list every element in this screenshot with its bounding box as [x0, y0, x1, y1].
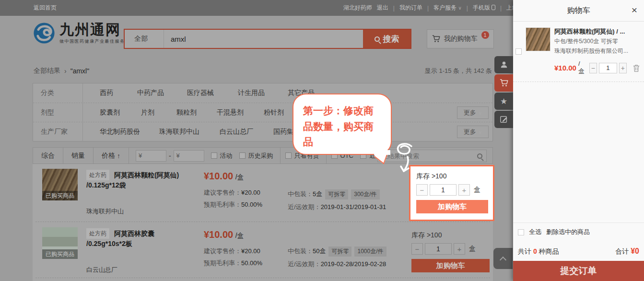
- product-title[interactable]: 处方药 阿莫西林胶囊 /0.25g*10s*2板: [86, 228, 204, 249]
- pack-label: 中包装：: [288, 247, 313, 255]
- filter-option[interactable]: 珠海联邦中山: [159, 128, 199, 136]
- filter-option[interactable]: 颗粒剂: [176, 108, 197, 117]
- filter-option[interactable]: 西药: [100, 89, 113, 97]
- cart-item-name[interactable]: 阿莫西林颗粒(阿莫仙) / ...: [554, 27, 640, 36]
- breadcrumb: 全部结果 › "amxl": [34, 67, 89, 75]
- currency-symbol: ¥: [176, 152, 180, 159]
- filter-label: 剂型: [33, 103, 83, 122]
- stock-info: 库存 >100: [416, 172, 493, 181]
- quantity-increase-button[interactable]: +: [454, 243, 465, 255]
- chevron-down-icon: ∨: [479, 110, 482, 116]
- product-title[interactable]: 处方药 阿莫西林颗粒(阿莫仙) /0.125g*12袋: [86, 170, 204, 190]
- logo-swirl-icon: [33, 22, 56, 45]
- annotation-text: 第一步：修改商品数量，购买商品: [303, 105, 374, 147]
- cart-tab[interactable]: [494, 74, 513, 92]
- sum-value: ¥0: [631, 247, 639, 255]
- select-all-label[interactable]: 全选: [529, 228, 541, 236]
- checkbox-icon[interactable]: [239, 152, 246, 159]
- quantity-input[interactable]: [425, 243, 452, 255]
- delete-item-button[interactable]: [632, 64, 640, 72]
- edit-icon: [500, 115, 508, 124]
- product-image[interactable]: 已购买商品: [42, 169, 78, 200]
- price-min-input[interactable]: [142, 152, 164, 159]
- user-tab[interactable]: [494, 56, 513, 73]
- price-max-input[interactable]: [180, 152, 201, 159]
- favorites-tab[interactable]: ★: [494, 93, 513, 110]
- checkbox-history-purchase[interactable]: 历史采购: [239, 152, 273, 160]
- retail-price-label: 建议零售价：: [204, 247, 241, 255]
- filter-option[interactable]: 粉针剂: [264, 108, 284, 117]
- quantity-stepper: − + 盒: [411, 243, 490, 255]
- add-to-cart-button[interactable]: 加购物车: [416, 200, 488, 213]
- product-row: 已购买商品 处方药 阿莫西林胶囊 /0.25g*10s*2板 白云山总厂 ¥10…: [33, 222, 493, 279]
- margin-label: 预期毛利率：: [204, 259, 241, 267]
- checkbox-icon[interactable]: [285, 152, 292, 159]
- search-input[interactable]: [164, 30, 363, 48]
- site-logo[interactable]: 九州通网 做中国医药健康产业最佳服务商: [33, 22, 130, 45]
- manufacturer: 珠海联邦中山: [86, 207, 124, 216]
- filter-option[interactable]: 胶囊剂: [100, 108, 120, 117]
- margin-value: 50.00%: [241, 201, 262, 208]
- my-orders-link[interactable]: 我的订单: [399, 4, 422, 12]
- quantity-input[interactable]: [599, 63, 617, 73]
- logo-text: 九州通网: [59, 22, 130, 37]
- notes-tab[interactable]: [494, 111, 513, 128]
- search-category-dropdown[interactable]: 全部 ∨: [125, 30, 164, 48]
- sort-tab-price[interactable]: 价格 ↑: [94, 148, 129, 164]
- delete-selected-link[interactable]: 删除选中的商品: [546, 228, 590, 236]
- breadcrumb-root[interactable]: 全部结果: [34, 67, 60, 75]
- user-icon: [500, 60, 508, 69]
- submit-order-button[interactable]: 提交订单: [513, 261, 644, 281]
- product-image[interactable]: 已购买商品: [42, 227, 78, 259]
- quantity-stepper: − + 盒: [416, 184, 493, 196]
- per-case-tag: 300盒/件: [351, 189, 379, 199]
- select-all-checkbox[interactable]: [518, 229, 524, 235]
- cart-item-checkbox[interactable]: [515, 48, 522, 55]
- chevron-down-icon: ∨: [479, 129, 482, 135]
- cart-footer: 全选 删除选中的商品 共计 0 种商品 合计 ¥0 提交订单: [513, 222, 644, 281]
- logout-link[interactable]: 退出: [377, 4, 388, 12]
- more-button[interactable]: 更多 ∨: [457, 106, 489, 119]
- quantity-decrease-button[interactable]: −: [589, 63, 597, 73]
- star-icon: ★: [500, 96, 507, 106]
- sum-text: 合计 ¥0: [615, 247, 639, 256]
- filter-option[interactable]: 华北制药股份: [100, 128, 140, 136]
- quantity-input[interactable]: [430, 184, 457, 196]
- search-icon: [477, 153, 482, 159]
- quantity-decrease-button[interactable]: −: [416, 184, 428, 196]
- quantity-increase-button[interactable]: +: [458, 184, 470, 196]
- filter-option[interactable]: 片剂: [141, 108, 154, 117]
- sort-tab-sales[interactable]: 销量: [63, 148, 94, 164]
- back-to-top-button[interactable]: [493, 248, 513, 269]
- topbar: 返回首页 湖北好药师 退出 | 我的订单 | 客户服务 ∨ | 手机版 | 上线: [0, 0, 513, 16]
- search-icon: [375, 36, 380, 42]
- rx-badge: 处方药: [86, 228, 109, 239]
- my-cart-button[interactable]: 我的购物车 1: [427, 29, 494, 48]
- filter-option[interactable]: 医疗器械: [187, 89, 214, 97]
- purchased-badge: 已购买商品: [42, 249, 78, 259]
- retail-price-label: 建议零售价：: [204, 189, 241, 196]
- quantity-decrease-button[interactable]: −: [411, 243, 423, 255]
- phone-icon: [492, 5, 495, 10]
- customer-service-link[interactable]: 客户服务 ∨: [433, 4, 462, 12]
- filter-option[interactable]: 中药产品: [137, 89, 164, 97]
- product-spec: /0.125g*12袋: [86, 180, 204, 190]
- filter-row-category: 分类 西药 中药产品 医疗器械 计生用品 其它产品: [33, 83, 492, 103]
- more-button[interactable]: 更多 ∨: [457, 126, 489, 138]
- mobile-version-link[interactable]: 手机版: [473, 4, 495, 12]
- back-home-link[interactable]: 返回首页: [34, 4, 57, 12]
- online-link[interactable]: 上线: [506, 4, 513, 12]
- quantity-increase-button[interactable]: +: [619, 63, 627, 73]
- close-icon[interactable]: ×: [632, 5, 637, 15]
- add-to-cart-button[interactable]: 加购物车: [411, 259, 490, 272]
- breadcrumb-separator-icon: ›: [64, 67, 67, 75]
- checkbox-icon[interactable]: [211, 152, 217, 159]
- sort-bar: 综合 销量 价格 ↑ ¥ - ¥ 活动 历史采购 只看有货 OTC 近效期: [33, 147, 493, 164]
- search-button[interactable]: 搜索: [363, 30, 410, 48]
- store-name-link[interactable]: 湖北好药师: [343, 4, 372, 12]
- filter-option[interactable]: 白云山总厂: [220, 128, 253, 136]
- sort-tab-comprehensive[interactable]: 综合: [33, 148, 63, 164]
- checkbox-activity[interactable]: 活动: [211, 152, 233, 160]
- filter-option[interactable]: 干混悬剂: [217, 108, 244, 117]
- filter-option[interactable]: 计生用品: [238, 89, 265, 97]
